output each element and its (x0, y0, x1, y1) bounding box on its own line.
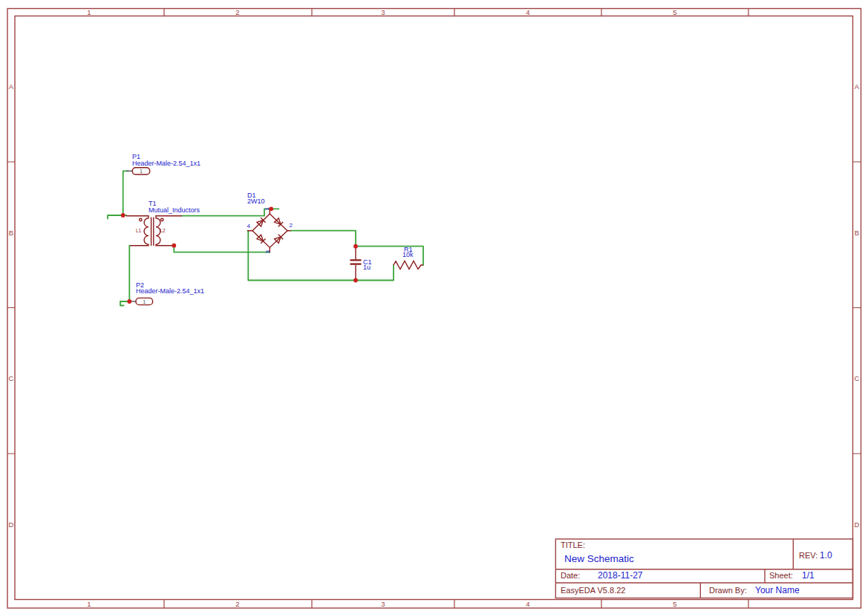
row-label: C (9, 374, 14, 382)
c1-value-label[interactable]: 1u (363, 264, 371, 271)
rev-label: REV: (799, 551, 818, 560)
wire[interactable] (291, 231, 356, 246)
date-label: Date: (561, 571, 580, 580)
sheet-frame: 1 2 3 4 5 1 2 3 4 5 A B C D A B C D (7, 8, 861, 609)
d1-pin3-number: 3 (264, 250, 271, 254)
junction-dot (172, 244, 176, 248)
d1-pin1-number: 1 (264, 207, 270, 211)
row-label: D (9, 520, 14, 529)
d1-value-label[interactable]: 2W10 (247, 197, 265, 205)
title-block: TITLE: New Schematic REV: 1.0 Date: 2018… (555, 539, 852, 598)
software-version: EasyEDA V5.8.22 (561, 586, 625, 595)
junction-dot (121, 213, 125, 218)
sheet-label: Sheet: (769, 571, 793, 580)
frame-column-labels: 1 2 3 4 5 1 2 3 4 5 (87, 8, 676, 608)
component-c1[interactable]: C1 1u (350, 248, 372, 279)
row-label: B (855, 229, 859, 237)
component-p1[interactable]: 1 P1 Header-Male-2.54_1x1 (127, 153, 201, 175)
frame-outer-border (7, 9, 861, 609)
d1-diamond[interactable] (252, 214, 287, 247)
t1-polarity-dot-left (140, 218, 142, 221)
sheet-value[interactable]: 1/1 (802, 570, 815, 581)
t1-winding2-label: L2 (160, 228, 166, 233)
p2-pin-number: 1 (143, 298, 146, 305)
t1-winding1-label: L1 (136, 228, 142, 233)
frame-column-ticks (164, 9, 748, 609)
component-t1[interactable]: L1 L2 T1 Mutual_Inductors (126, 200, 200, 246)
schematic-canvas: 1 2 3 4 5 1 2 3 4 5 A B C D A B C D TITL… (0, 0, 868, 614)
row-label: A (855, 82, 860, 91)
r1-value-label[interactable]: 10k (402, 251, 414, 258)
frame-inner-border (15, 16, 853, 600)
row-label: A (9, 82, 14, 91)
junction-dot (127, 299, 131, 304)
p1-value-label[interactable]: Header-Male-2.54_1x1 (132, 160, 200, 167)
row-label: B (9, 229, 13, 237)
column-label: 2 (235, 8, 239, 16)
column-label: 3 (381, 600, 385, 608)
p2-value-label[interactable]: Header-Male-2.54_1x1 (136, 287, 204, 295)
column-label: 4 (526, 600, 529, 608)
column-label: 1 (87, 600, 91, 608)
r1-zigzag[interactable] (394, 261, 423, 270)
row-label: C (855, 374, 860, 382)
frame-row-labels: A B C D A B C D (9, 82, 860, 529)
component-p2[interactable]: 1 P2 Header-Male-2.54_1x1 (129, 281, 204, 305)
drawn-by-value[interactable]: Your Name (755, 585, 800, 595)
frame-row-ticks (7, 162, 861, 454)
drawn-by-label: Drawn By: (709, 586, 747, 595)
junction-dot (353, 278, 358, 283)
wire[interactable] (248, 231, 394, 281)
p1-pin-number: 1 (140, 168, 143, 174)
junction-dot (269, 206, 273, 211)
column-label: 5 (673, 8, 676, 16)
column-label: 4 (526, 8, 529, 16)
wire[interactable] (174, 246, 270, 252)
rev-value[interactable]: 1.0 (820, 550, 832, 561)
component-r1[interactable]: R1 10k (394, 246, 423, 270)
c1-plates[interactable] (350, 260, 362, 264)
d1-pin4-number: 4 (247, 223, 251, 229)
t1-polarity-dot-right (161, 218, 163, 221)
t1-value-label[interactable]: Mutual_Inductors (149, 206, 200, 214)
title-label: TITLE: (561, 540, 585, 549)
junction-dot (353, 244, 358, 249)
column-label: 5 (673, 600, 676, 608)
column-label: 1 (87, 8, 91, 16)
column-label: 2 (235, 600, 239, 608)
component-d1[interactable]: 4 2 3 1 D1 2W10 (247, 192, 293, 254)
row-label: D (855, 520, 860, 529)
schematic-title[interactable]: New Schematic (564, 553, 634, 564)
wires (108, 171, 423, 305)
column-label: 3 (381, 8, 385, 16)
d1-pin2-number: 2 (290, 222, 293, 229)
t1-core (151, 218, 154, 246)
schematic-sheet: 1 2 3 4 5 1 2 3 4 5 A B C D A B C D TITL… (0, 0, 868, 614)
wire[interactable] (123, 171, 128, 215)
date-value[interactable]: 2018-11-27 (598, 570, 643, 581)
